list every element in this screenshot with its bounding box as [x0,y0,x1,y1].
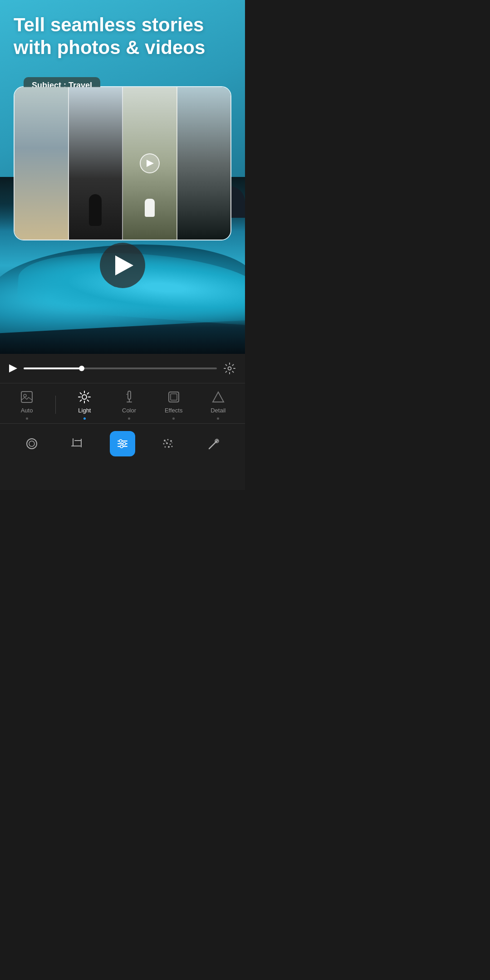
mask-button[interactable] [19,431,44,456]
adjust-button[interactable] [110,431,135,456]
svg-line-11 [88,393,89,394]
svg-point-32 [163,443,165,445]
hero-title: Tell seamless stories with photos & vide… [14,14,231,59]
svg-point-3 [82,395,87,399]
svg-point-19 [27,439,37,449]
playback-play-button[interactable] [9,364,17,372]
svg-point-31 [170,440,172,442]
detail-icon [211,390,225,404]
settings-button[interactable] [223,362,236,375]
story-container: Subject : Travel [14,86,231,240]
tool-light[interactable]: Light [69,390,100,420]
svg-rect-1 [21,392,32,402]
svg-point-27 [123,442,126,445]
main-play-icon [115,255,133,275]
detail-label: Detail [211,407,225,414]
auto-indicator [26,417,28,420]
svg-point-0 [228,367,231,370]
thumbnail-1[interactable] [15,87,69,240]
svg-point-28 [120,445,123,448]
thumbnail-strip [15,87,230,240]
edit-tools-bar: Auto Light [0,383,245,424]
thumbnail-3[interactable] [123,87,177,240]
playback-bar [0,354,245,383]
thumbnail-2[interactable] [69,87,123,240]
svg-rect-12 [128,391,131,399]
svg-line-9 [88,400,89,402]
main-play-button[interactable] [100,243,145,288]
svg-point-37 [172,446,173,447]
svg-point-20 [29,441,34,446]
svg-marker-18 [213,392,224,402]
progress-thumb[interactable] [79,366,84,371]
svg-rect-17 [171,394,177,400]
light-label: Light [78,407,91,414]
color-label: Color [122,407,136,414]
svg-point-2 [24,394,26,397]
grain-button[interactable] [155,431,181,456]
progress-track[interactable] [24,368,217,369]
light-indicator [83,417,86,420]
tool-effects[interactable]: Effects [158,390,190,420]
color-icon [122,390,137,404]
effects-icon [167,390,181,404]
progress-fill [24,368,82,369]
svg-point-35 [165,446,166,448]
bottom-toolbar [0,424,245,467]
tool-color[interactable]: Color [113,390,145,420]
svg-point-30 [167,439,169,441]
svg-point-33 [166,442,168,444]
tool-detail[interactable]: Detail [202,390,234,420]
svg-line-10 [80,400,82,402]
light-icon [77,390,92,404]
svg-point-39 [172,442,172,443]
auto-icon [20,390,34,404]
tool-divider [55,396,56,414]
svg-point-29 [164,440,166,441]
thumbnail-4[interactable] [177,87,231,240]
effects-label: Effects [165,407,183,414]
svg-line-8 [80,393,82,394]
controls-area: Auto Light [0,354,245,490]
healing-button[interactable] [201,431,226,456]
effects-indicator [172,417,175,420]
svg-point-38 [166,441,167,442]
svg-point-26 [119,440,122,442]
auto-label: Auto [21,407,33,414]
crop-button[interactable] [64,431,90,456]
detail-indicator [217,417,219,420]
color-indicator [128,417,130,420]
play-button-thumb3[interactable] [140,153,160,173]
svg-point-36 [168,446,170,448]
tool-auto[interactable]: Auto [11,390,43,420]
play-icon-thumb3 [147,160,154,167]
svg-point-34 [170,444,171,445]
svg-line-40 [209,441,217,449]
